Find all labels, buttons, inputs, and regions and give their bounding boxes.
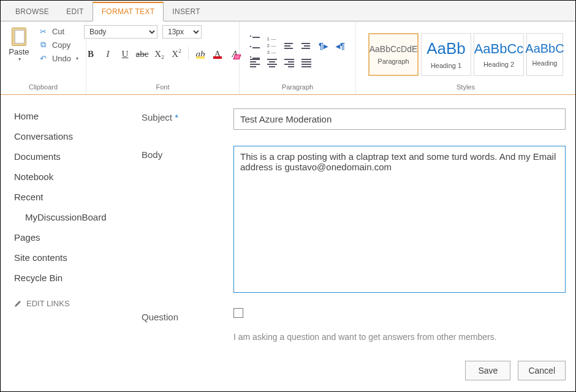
copy-label: Copy bbox=[52, 40, 70, 50]
align-center-button[interactable] bbox=[265, 56, 279, 70]
undo-button[interactable]: ↶ Undo ▾ bbox=[36, 52, 81, 64]
body-editor[interactable]: This is a crap posting with a claptrap t… bbox=[233, 146, 566, 293]
group-clipboard: Paste ▾ ✂ Cut ⧉ Copy ↶ Undo ▾ Clipboar bbox=[1, 21, 86, 94]
subject-label: Subject * bbox=[142, 108, 233, 123]
question-help-text: I am asking a question and want to get a… bbox=[233, 332, 566, 342]
body-label: Body bbox=[142, 146, 233, 160]
pencil-icon bbox=[14, 300, 21, 307]
tab-browse[interactable]: BROWSE bbox=[7, 2, 58, 21]
edit-links-label: EDIT LINKS bbox=[26, 299, 70, 308]
left-nav: Home Conversations Documents Notebook Re… bbox=[1, 95, 142, 391]
nav-conversations[interactable]: Conversations bbox=[14, 126, 135, 146]
style-sample: AaBbCcDdE bbox=[369, 44, 418, 54]
subscript-button[interactable]: X bbox=[153, 47, 166, 61]
tab-format-text[interactable]: FORMAT TEXT bbox=[93, 2, 164, 21]
font-name-select[interactable]: Body bbox=[84, 25, 157, 39]
nav-mydiscussionboard[interactable]: MyDiscussionBoard bbox=[14, 207, 135, 227]
style-sample: AaBb bbox=[426, 39, 466, 58]
nav-recent[interactable]: Recent bbox=[14, 187, 135, 207]
chevron-down-icon: ▾ bbox=[76, 56, 78, 61]
tab-insert[interactable]: INSERT bbox=[164, 2, 209, 21]
clear-format-button[interactable]: A bbox=[228, 47, 241, 61]
style-label: Heading 2 bbox=[483, 61, 514, 68]
align-left-button[interactable] bbox=[248, 56, 262, 70]
bold-button[interactable]: B bbox=[84, 47, 97, 61]
number-list-button[interactable]: 1 —2 —3 — bbox=[265, 39, 279, 53]
group-styles: AaBbCcDdE Paragraph AaBb Heading 1 AaBbC… bbox=[356, 21, 575, 94]
style-sample: AaBbCc bbox=[474, 41, 524, 57]
style-label: Heading bbox=[532, 59, 558, 67]
chevron-down-icon: ▾ bbox=[18, 56, 21, 62]
italic-button[interactable]: I bbox=[101, 47, 115, 61]
nav-home[interactable]: Home bbox=[14, 106, 135, 126]
style-sample: AaBbC bbox=[525, 42, 564, 56]
highlight-button[interactable]: ab bbox=[194, 47, 207, 61]
cut-icon: ✂ bbox=[39, 26, 48, 36]
style-label: Heading 1 bbox=[431, 62, 461, 69]
style-heading-2[interactable]: AaBbCc Heading 2 bbox=[474, 33, 524, 76]
copy-icon: ⧉ bbox=[39, 40, 48, 50]
edit-links-button[interactable]: EDIT LINKS bbox=[14, 299, 135, 308]
nav-site-contents[interactable]: Site contents bbox=[14, 247, 135, 268]
group-font: Body 13px B I U abc X X ab A A Font bbox=[86, 21, 240, 94]
paste-icon bbox=[10, 25, 28, 46]
paste-button[interactable]: Paste ▾ bbox=[6, 25, 32, 62]
style-gallery: AaBbCcDdE Paragraph AaBb Heading 1 AaBbC… bbox=[368, 33, 563, 76]
ribbon: Paste ▾ ✂ Cut ⧉ Copy ↶ Undo ▾ Clipboar bbox=[1, 21, 575, 95]
group-paragraph-label: Paragraph bbox=[282, 83, 313, 93]
strikethrough-button[interactable]: abc bbox=[135, 47, 149, 61]
separator bbox=[188, 47, 189, 61]
undo-label: Undo bbox=[52, 54, 71, 63]
indent-button[interactable] bbox=[299, 39, 314, 53]
group-styles-label: Styles bbox=[457, 83, 475, 93]
subject-input[interactable] bbox=[233, 108, 566, 130]
align-justify-button[interactable] bbox=[299, 56, 314, 70]
rtl-button[interactable]: ◂¶ bbox=[333, 39, 348, 53]
ribbon-tabs: BROWSE EDIT FORMAT TEXT INSERT bbox=[1, 1, 575, 21]
tab-edit[interactable]: EDIT bbox=[58, 2, 93, 21]
cancel-button[interactable]: Cancel bbox=[518, 361, 566, 380]
cut-label: Cut bbox=[52, 27, 64, 36]
discussion-form: Subject * Body This is a crap posting wi… bbox=[142, 95, 575, 391]
question-label: Question bbox=[142, 308, 233, 322]
nav-pages[interactable]: Pages bbox=[14, 227, 135, 247]
copy-button[interactable]: ⧉ Copy bbox=[36, 39, 81, 51]
group-paragraph: 1 —2 —3 — ¶▸ ◂¶ Paragraph bbox=[240, 21, 356, 94]
font-size-select[interactable]: 13px bbox=[162, 25, 202, 39]
align-right-button[interactable] bbox=[282, 56, 297, 70]
ltr-button[interactable]: ¶▸ bbox=[316, 39, 331, 53]
bullet-list-button[interactable] bbox=[248, 39, 262, 53]
undo-icon: ↶ bbox=[39, 53, 48, 63]
group-font-label: Font bbox=[156, 83, 169, 93]
superscript-button[interactable]: X bbox=[170, 47, 183, 61]
font-color-button[interactable]: A bbox=[211, 47, 224, 61]
style-paragraph[interactable]: AaBbCcDdE Paragraph bbox=[368, 33, 419, 76]
outdent-button[interactable] bbox=[282, 39, 297, 53]
save-button[interactable]: Save bbox=[465, 361, 510, 380]
nav-documents[interactable]: Documents bbox=[14, 146, 135, 167]
style-heading[interactable]: AaBbC Heading bbox=[526, 33, 563, 76]
nav-notebook[interactable]: Notebook bbox=[14, 167, 135, 187]
cut-button[interactable]: ✂ Cut bbox=[36, 25, 81, 37]
paste-label: Paste bbox=[9, 47, 29, 56]
nav-recycle-bin[interactable]: Recycle Bin bbox=[14, 268, 135, 288]
group-clipboard-label: Clipboard bbox=[29, 83, 58, 93]
underline-button[interactable]: U bbox=[118, 47, 132, 61]
style-heading-1[interactable]: AaBb Heading 1 bbox=[421, 33, 471, 76]
question-checkbox[interactable] bbox=[233, 308, 243, 318]
style-label: Paragraph bbox=[377, 58, 409, 65]
